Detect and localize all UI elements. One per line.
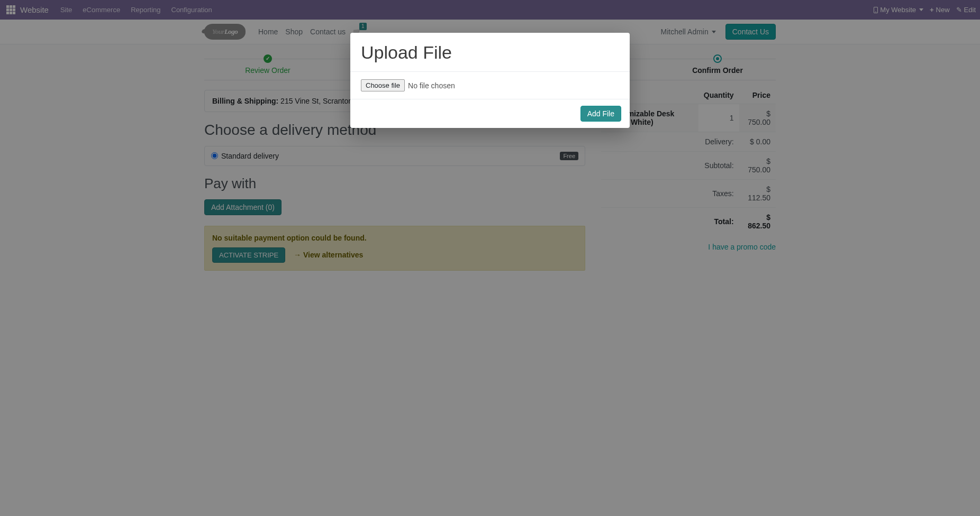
upload-file-modal: Upload File Choose file No file chosen A… — [350, 33, 630, 128]
file-chosen-status: No file chosen — [408, 81, 455, 90]
modal-title: Upload File — [361, 42, 619, 63]
add-file-button[interactable]: Add File — [580, 106, 621, 122]
choose-file-button[interactable]: Choose file — [361, 79, 405, 91]
modal-overlay[interactable]: Upload File Choose file No file chosen A… — [0, 0, 980, 271]
